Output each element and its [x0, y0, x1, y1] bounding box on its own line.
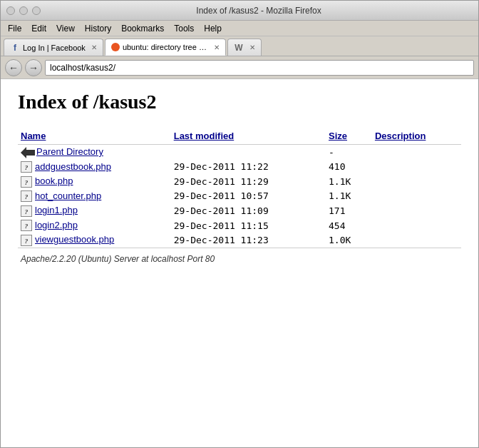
- page-content: Index of /kasus2 Name Last modified Size…: [1, 79, 478, 447]
- file-desc-cell: [372, 174, 461, 189]
- address-bar[interactable]: localhost/kasus2/: [45, 60, 474, 76]
- w-favicon: W: [234, 43, 244, 53]
- file-link[interactable]: login1.php: [35, 205, 78, 215]
- window-max-dot[interactable]: [32, 6, 41, 15]
- file-modified-cell: 29-Dec-2011 11:15: [171, 218, 326, 233]
- php-file-icon: ?: [21, 190, 32, 202]
- tab-label-ubuntu: ubuntu: directory tree web...: [123, 43, 208, 51]
- tab-close-w[interactable]: ✕: [249, 44, 255, 51]
- file-name-cell: ?hot_counter.php: [18, 189, 171, 204]
- parent-dir-icon: [21, 147, 35, 158]
- file-modified-cell: 29-Dec-2011 11:23: [171, 233, 326, 248]
- file-size-cell: 1.1K: [326, 174, 372, 189]
- tab-ubuntu[interactable]: ubuntu: directory tree web... ✕: [105, 39, 226, 56]
- file-size-cell: 454: [326, 218, 372, 233]
- php-file-icon: ?: [21, 176, 32, 188]
- menu-history[interactable]: History: [81, 22, 115, 35]
- file-desc-cell: [372, 203, 461, 218]
- table-row: ?login2.php29-Dec-2011 11:15454: [18, 218, 461, 233]
- file-size-cell: 1.1K: [326, 189, 372, 204]
- tab-w[interactable]: W ✕: [227, 39, 262, 56]
- window-close-dot[interactable]: [6, 6, 15, 15]
- file-desc-cell: [372, 189, 461, 204]
- tab-bar: f Log In | Facebook ✕ ubuntu: directory …: [1, 36, 478, 56]
- svg-marker-0: [21, 147, 35, 158]
- menu-edit[interactable]: Edit: [27, 22, 51, 35]
- file-link[interactable]: hot_counter.php: [35, 190, 101, 201]
- parent-dir-link[interactable]: Parent Directory: [36, 146, 103, 157]
- col-size: Size: [326, 128, 372, 145]
- table-header-row: Name Last modified Size Description: [18, 128, 461, 145]
- ubuntu-favicon: [111, 43, 120, 51]
- file-name-cell: Parent Directory: [18, 145, 171, 160]
- menu-help[interactable]: Help: [200, 22, 226, 35]
- tab-facebook[interactable]: f Log In | Facebook ✕: [4, 39, 103, 56]
- facebook-favicon: f: [10, 43, 20, 53]
- menu-tools[interactable]: Tools: [170, 22, 198, 35]
- table-row: ?login1.php29-Dec-2011 11:09171: [18, 203, 461, 218]
- tab-label-facebook: Log In | Facebook: [23, 44, 86, 52]
- file-name-cell: ?book.php: [18, 174, 171, 189]
- php-file-icon: ?: [21, 161, 32, 173]
- file-size-cell: 171: [326, 203, 372, 218]
- col-description: Description: [372, 128, 461, 145]
- nav-bar: ← → localhost/kasus2/: [1, 56, 478, 79]
- browser-window: Index of /kasus2 - Mozilla Firefox File …: [0, 0, 479, 448]
- php-file-icon: ?: [21, 235, 32, 246]
- file-desc-cell: [372, 218, 461, 233]
- file-link[interactable]: login2.php: [35, 220, 78, 230]
- file-name-cell: ?login2.php: [18, 218, 171, 233]
- file-modified-cell: 29-Dec-2011 10:57: [171, 189, 326, 204]
- file-modified-cell: 29-Dec-2011 11:29: [171, 174, 326, 189]
- file-modified-cell: [171, 145, 326, 160]
- tab-close-facebook[interactable]: ✕: [91, 44, 97, 51]
- php-file-icon: ?: [21, 220, 32, 231]
- file-link[interactable]: viewguestbook.php: [35, 234, 114, 245]
- file-desc-cell: [372, 233, 461, 248]
- table-row: ?addguestbook.php29-Dec-2011 11:22410: [18, 160, 461, 175]
- footer-text: Apache/2.2.20 (Ubuntu) Server at localho…: [18, 248, 461, 265]
- menu-file[interactable]: File: [4, 22, 26, 35]
- table-row: ?book.php29-Dec-2011 11:291.1K: [18, 174, 461, 189]
- file-desc-cell: [372, 160, 461, 175]
- file-modified-cell: 29-Dec-2011 11:22: [171, 160, 326, 175]
- page-title: Index of /kasus2: [18, 91, 461, 113]
- table-row: ?hot_counter.php29-Dec-2011 10:571.1K: [18, 189, 461, 204]
- col-name: Name: [18, 128, 171, 145]
- file-link[interactable]: addguestbook.php: [35, 161, 111, 172]
- col-modified: Last modified: [171, 128, 326, 145]
- file-link[interactable]: book.php: [35, 175, 73, 186]
- back-button[interactable]: ←: [5, 59, 22, 76]
- file-size-cell: 410: [326, 160, 372, 175]
- menu-bar: File Edit View History Bookmarks Tools H…: [1, 21, 478, 36]
- window-title: Index of /kasus2 - Mozilla Firefox: [45, 6, 473, 16]
- menu-view[interactable]: View: [52, 22, 79, 35]
- table-row: Parent Directory-: [18, 145, 461, 160]
- file-name-cell: ?viewguestbook.php: [18, 233, 171, 248]
- forward-button[interactable]: →: [25, 59, 42, 76]
- php-file-icon: ?: [21, 205, 32, 217]
- directory-table: Name Last modified Size Description Pare…: [18, 128, 461, 265]
- file-size-cell: -: [326, 145, 372, 160]
- file-name-cell: ?login1.php: [18, 203, 171, 218]
- table-row: ?viewguestbook.php29-Dec-2011 11:231.0K: [18, 233, 461, 248]
- footer-row: Apache/2.2.20 (Ubuntu) Server at localho…: [18, 248, 461, 265]
- file-name-cell: ?addguestbook.php: [18, 160, 171, 175]
- tab-close-ubuntu[interactable]: ✕: [214, 44, 220, 51]
- title-bar: Index of /kasus2 - Mozilla Firefox: [1, 1, 478, 21]
- file-size-cell: 1.0K: [326, 233, 372, 248]
- file-desc-cell: [372, 145, 461, 160]
- file-modified-cell: 29-Dec-2011 11:09: [171, 203, 326, 218]
- menu-bookmarks[interactable]: Bookmarks: [117, 22, 168, 35]
- address-text: localhost/kasus2/: [50, 63, 115, 73]
- window-min-dot[interactable]: [19, 6, 28, 15]
